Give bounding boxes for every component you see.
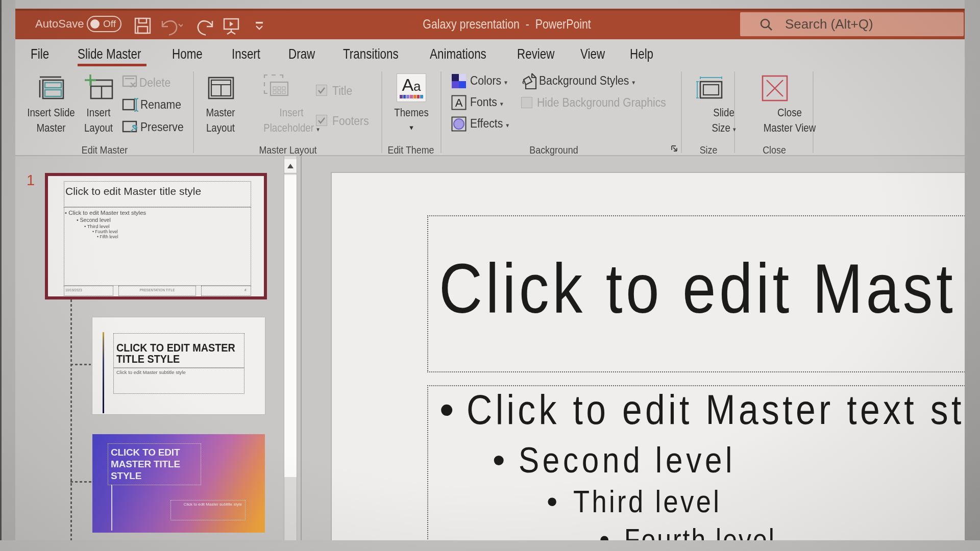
svg-text:A: A xyxy=(455,96,463,109)
